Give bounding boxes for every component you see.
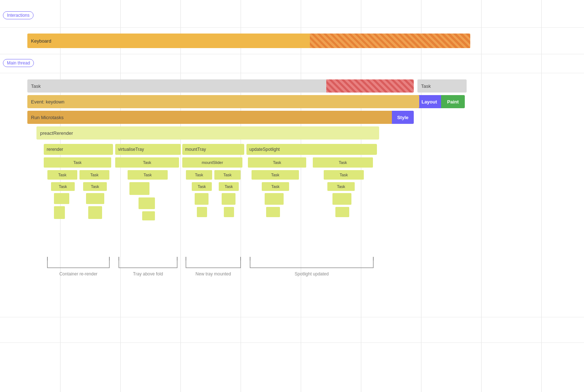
timeline-container: Interactions Keyboard Main thread Task T…: [0, 0, 584, 392]
bracket-container-rerender: [44, 255, 113, 270]
layout-button[interactable]: Layout: [417, 95, 441, 108]
task-box-mt6: [222, 193, 235, 205]
bracket-new-tray-mounted: [182, 255, 244, 270]
task-box-mt3: Task: [192, 182, 212, 191]
task-box-us3: [265, 193, 284, 205]
task-box-us-right-main: Task: [313, 157, 373, 168]
bracket-spotlight-updated: [246, 255, 377, 270]
task-box-usr1: Task: [324, 170, 364, 180]
task-box-vt-main: Task: [115, 157, 179, 168]
spotlight-updated-label: Spotlight updated: [246, 271, 377, 277]
task-box-vt2: [129, 182, 149, 195]
task-box-r4: Task: [83, 182, 107, 191]
event-keydown-bar: Event: keydown: [27, 95, 419, 108]
task-box-mt5: [195, 193, 209, 205]
task-box-mt2: Task: [214, 170, 241, 180]
task-box-mt8: [224, 207, 234, 217]
task-box-r2: Task: [79, 170, 109, 180]
virtualise-tray-bar: virtualiseTray: [115, 144, 181, 155]
keyboard-bar: Keyboard: [27, 34, 470, 48]
task-box-mt1: Task: [186, 170, 212, 180]
task-box-r8: [88, 206, 102, 219]
style-button[interactable]: Style: [392, 111, 414, 124]
task-box-vt1: Task: [128, 170, 168, 180]
bracket-tray-above-fold: [115, 255, 181, 270]
paint-button[interactable]: Paint: [441, 95, 465, 108]
task-box-r1: Task: [47, 170, 77, 180]
microtasks-bar: Run Microtasks Style: [27, 111, 414, 124]
task-box-usr3: [332, 193, 351, 205]
main-thread-label[interactable]: Main thread: [3, 59, 34, 67]
task-box-mt7: [197, 207, 207, 217]
interactions-label[interactable]: Interactions: [3, 11, 34, 19]
task-box-mt4: Task: [219, 182, 239, 191]
mount-slider-bar: mountSlider: [182, 157, 242, 168]
task-box-r3: Task: [51, 182, 75, 191]
task-box-vt4: [142, 211, 155, 220]
task-box-usr2: Task: [327, 182, 355, 191]
task-box-us4: [266, 207, 280, 217]
task-box-r5: [54, 193, 69, 204]
task-box-r6: [86, 193, 104, 204]
rerender-bar: rerender: [44, 144, 113, 155]
keyboard-bar-hatched: [310, 34, 470, 48]
task-bar-main: Task: [27, 79, 414, 93]
task-box-us1: Task: [252, 170, 299, 180]
task-box-r7: [54, 206, 65, 219]
new-tray-mounted-label: New tray mounted: [182, 271, 244, 277]
tray-above-fold-label: Tray above fold: [115, 271, 181, 277]
task-bar-right: Task: [417, 79, 467, 93]
mount-tray-bar: mountTray: [182, 144, 244, 155]
task-box-rerender-main: Task: [44, 157, 111, 168]
preact-rerender-bar: preactRerender: [36, 126, 379, 140]
task-box-us-main: Task: [248, 157, 306, 168]
task-bar-hatched: [326, 79, 414, 93]
task-box-us2: Task: [262, 182, 289, 191]
task-box-usr4: [335, 207, 349, 217]
container-rerender-label: Container re-render: [44, 271, 113, 277]
update-spotlight-bar: updateSpotlight: [246, 144, 377, 155]
task-box-vt3: [139, 197, 155, 209]
